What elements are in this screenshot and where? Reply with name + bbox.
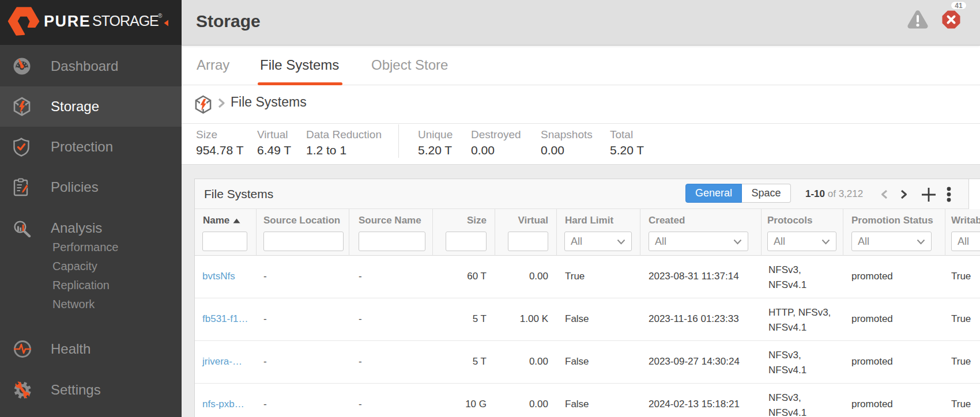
svg-text:®: ® (158, 13, 163, 19)
svg-text:STORAGE: STORAGE (92, 13, 159, 29)
svg-text:PURE: PURE (44, 13, 91, 30)
